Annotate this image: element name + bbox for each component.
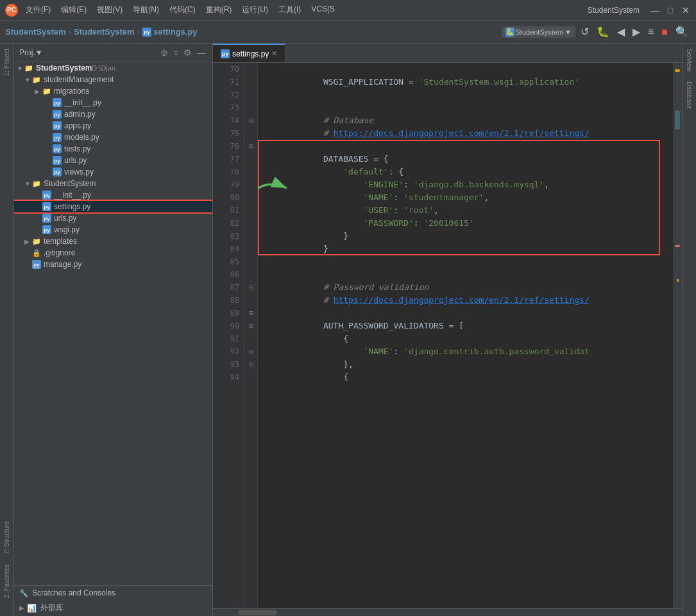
forward-button[interactable]: ▶ — [630, 24, 643, 39]
fold-icon-87[interactable]: ⊟ — [249, 284, 254, 291]
left-vtabs: 1: Project 7: Structure 2: Favorites — [0, 44, 14, 616]
breadcrumb-file[interactable]: py settings.py — [142, 27, 198, 37]
tab-bar: py settings.py ✕ — [213, 44, 682, 63]
run-dropdown-icon[interactable]: ▼ — [564, 28, 572, 36]
stop-button[interactable]: ■ — [659, 25, 670, 39]
tree-item-templates[interactable]: ▶ 📁 templates — [14, 235, 212, 247]
menu-code[interactable]: 代码(C) — [166, 3, 199, 17]
tab-settings[interactable]: py settings.py ✕ — [213, 44, 285, 62]
tree-item-tests[interactable]: py tests.py — [14, 143, 212, 155]
menu-tools[interactable]: 工具(I) — [275, 3, 305, 17]
line-num-93: 93 — [230, 358, 239, 371]
vtab-sciview[interactable]: SciView — [684, 44, 694, 76]
tree-item-apps[interactable]: py apps.py — [14, 120, 212, 132]
tree-label-manage: manage.py — [44, 260, 81, 269]
code-line-74: # https://docs.djangoproject.com/en/2.1/… — [263, 114, 668, 127]
menu-navigate[interactable]: 导航(N) — [129, 3, 163, 17]
editor: 70 71 72 73 74 75 76 77 78 79 80 81 82 8… — [213, 63, 682, 608]
code-line-79: 'NAME': 'studentmanager', — [263, 178, 668, 191]
line-num-90: 90 — [230, 320, 239, 332]
scratches-consoles[interactable]: 🔧 Scratches and Consoles — [14, 586, 212, 600]
menu-run[interactable]: 运行(U) — [238, 3, 272, 17]
tree-item-views[interactable]: py views.py — [14, 166, 212, 178]
menu-view[interactable]: 视图(V) — [93, 3, 126, 17]
scroll-thumb[interactable] — [675, 110, 680, 130]
menu-refactor[interactable]: 重构(R) — [202, 3, 236, 17]
sidebar-settings-button[interactable]: ⚙ — [182, 46, 193, 59]
reload-button[interactable]: ↺ — [578, 24, 591, 39]
tree-label-gitignore: .gitignore — [44, 248, 75, 257]
h-scroll-thumb[interactable] — [239, 610, 277, 615]
tree-item-admin[interactable]: py admin.py — [14, 108, 212, 120]
line-num-85: 85 — [230, 255, 239, 268]
code-line-80: 'USER': 'root', — [263, 191, 668, 204]
tree-item-urls1[interactable]: py urls.py — [14, 155, 212, 166]
tree-label-apps: apps.py — [64, 121, 91, 130]
sidebar-collapse-button[interactable]: — — [196, 46, 207, 59]
vtab-structure[interactable]: 7: Structure — [2, 516, 12, 560]
breadcrumb-dir[interactable]: StudentSystem — [74, 27, 135, 37]
fold-icon-92[interactable]: ⊟ — [249, 348, 254, 355]
menu-bar: 文件(F) 编辑(E) 视图(V) 导航(N) 代码(C) 重构(R) 运行(U… — [22, 3, 588, 17]
tree-item-root[interactable]: ▼ 📁 StudentSystem D:\Djan — [14, 62, 212, 74]
line-num-83: 83 — [230, 230, 239, 243]
tree-item-manage[interactable]: py manage.py — [14, 259, 212, 270]
tree-item-studentmanagement[interactable]: ▼ 📁 studentManagement — [14, 74, 212, 85]
vtab-project[interactable]: 1: Project — [2, 44, 12, 81]
bookmarks-button[interactable]: ≡ — [645, 25, 656, 39]
code-line-71 — [263, 76, 668, 89]
tree-item-studentsystem[interactable]: ▼ 📁 StudentSystem — [14, 178, 212, 189]
minimize-button[interactable]: — — [650, 5, 660, 15]
code-line-89: AUTH_PASSWORD_VALIDATORS = [ — [263, 307, 668, 320]
window-controls: StudentSystem — □ ✕ — [588, 5, 691, 15]
code-line-81: 'PASSWORD': '20010615' — [263, 204, 668, 217]
vtab-favorites[interactable]: 2: Favorites — [2, 560, 12, 603]
tree-label-sm: studentManagement — [44, 75, 114, 84]
fold-icon-90[interactable]: ⊟ — [249, 323, 254, 329]
run-config-label: StudentSystem — [516, 28, 564, 36]
sidebar-add-button[interactable]: ⊕ — [159, 46, 169, 59]
sidebar-scroll-button[interactable]: ≡ — [172, 46, 180, 59]
tree-item-wsgi[interactable]: py wsgi.py — [14, 224, 212, 235]
code-area[interactable]: WSGI_APPLICATION = 'StudentSystem.wsgi.a… — [258, 63, 673, 608]
menu-vcs[interactable]: VCS(S — [307, 3, 339, 17]
tab-close-button[interactable]: ✕ — [271, 49, 277, 58]
vtab-database[interactable]: Database — [684, 76, 694, 114]
fold-icon-74[interactable]: ⊟ — [249, 117, 254, 124]
tree-item-urls2[interactable]: py urls.py — [14, 212, 212, 224]
menu-edit[interactable]: 编辑(E) — [57, 3, 90, 17]
pyfile-icon-admin: py — [53, 110, 62, 119]
menu-file[interactable]: 文件(F) — [22, 3, 55, 17]
folder-icon-migrations: 📁 — [42, 87, 51, 96]
code-line-83: } — [263, 230, 668, 243]
tree-item-migrations[interactable]: ▶ 📁 migrations — [14, 85, 212, 97]
fold-icon-93[interactable]: ⊟ — [249, 361, 254, 368]
fold-icon-76[interactable]: ⊟ — [249, 143, 254, 150]
tree-item-settings[interactable]: py settings.py — [14, 201, 212, 212]
folder-icon-ss: 📁 — [32, 180, 41, 188]
search-button[interactable]: 🔍 — [673, 24, 691, 39]
debug-button[interactable]: 🐛 — [594, 24, 612, 39]
sidebar-bottom: 🔧 Scratches and Consoles ▶ 📊 外部库 — [14, 585, 212, 616]
folder-icon-templates: 📁 — [32, 237, 41, 246]
line-num-80: 80 — [230, 191, 239, 204]
code-line-77: 'default': { — [263, 153, 668, 166]
fold-icon-89[interactable]: ⊟ — [249, 310, 254, 316]
line-num-75: 75 — [230, 127, 239, 140]
scroll-marker-top — [675, 69, 680, 72]
tree-item-models[interactable]: py models.py — [14, 132, 212, 143]
run-config-group: 🐍 StudentSystem ▼ — [502, 26, 575, 38]
maximize-button[interactable]: □ — [665, 5, 675, 15]
back-button[interactable]: ◀ — [615, 24, 627, 39]
breadcrumb-root[interactable]: StudentSystem — [5, 27, 66, 37]
sidebar-title[interactable]: Proj.▼ — [19, 48, 157, 57]
external-libs[interactable]: ▶ 📊 外部库 — [14, 600, 212, 616]
main-area: 1: Project 7: Structure 2: Favorites Pro… — [0, 44, 696, 616]
code-line-73: # Database — [263, 101, 668, 114]
tree-item-init2[interactable]: py __init__.py — [14, 189, 212, 201]
close-button[interactable]: ✕ — [681, 5, 691, 15]
tree-item-init1[interactable]: py __init__.py — [14, 97, 212, 108]
h-scrollbar[interactable] — [213, 608, 682, 616]
scratches-label: Scratches and Consoles — [32, 588, 115, 597]
tree-item-gitignore[interactable]: 🔒 .gitignore — [14, 247, 212, 259]
